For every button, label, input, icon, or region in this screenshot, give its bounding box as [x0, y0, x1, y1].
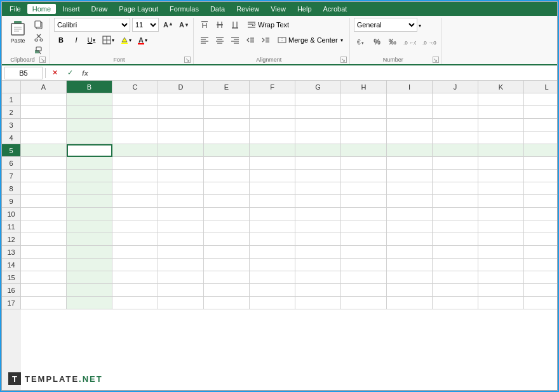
grid-cell[interactable] — [21, 220, 67, 233]
text-align-center-button[interactable] — [213, 33, 227, 47]
grid-cell[interactable] — [478, 170, 524, 182]
number-expand-icon[interactable]: ↘ — [433, 57, 439, 63]
menu-data[interactable]: Data — [205, 4, 230, 14]
grid-cell[interactable] — [204, 119, 250, 132]
row-header-16[interactable]: 16 — [2, 284, 21, 297]
grid-cell[interactable] — [158, 170, 204, 182]
cell-reference-input[interactable]: B5 — [4, 67, 43, 79]
grid-cell[interactable] — [295, 182, 341, 195]
row-header-4[interactable]: 4 — [2, 132, 21, 144]
grid-cell[interactable] — [387, 119, 433, 132]
grid-cell[interactable] — [295, 284, 341, 297]
grid-cell[interactable] — [250, 297, 295, 309]
row-header-6[interactable]: 6 — [2, 157, 21, 170]
grid-cell[interactable] — [295, 106, 341, 119]
fill-dropdown-icon[interactable]: ▾ — [129, 37, 131, 43]
grid-cell[interactable] — [433, 233, 478, 246]
accounting-format-button[interactable]: € ▾ — [354, 35, 369, 49]
grid-cell[interactable] — [158, 220, 204, 233]
menu-file[interactable]: File — [4, 4, 26, 14]
row-header-9[interactable]: 9 — [2, 195, 21, 208]
grid-cell[interactable] — [67, 233, 112, 246]
grid-cell[interactable] — [21, 284, 67, 297]
row-header-11[interactable]: 11 — [2, 220, 21, 233]
grid-cell[interactable] — [341, 93, 387, 106]
grid-cell[interactable] — [387, 170, 433, 182]
grid-cell[interactable] — [67, 106, 112, 119]
grid-cell[interactable] — [433, 119, 478, 132]
grid-cell[interactable] — [341, 157, 387, 170]
grid-cell[interactable] — [433, 106, 478, 119]
grid-cell[interactable] — [341, 297, 387, 309]
grid-cell[interactable] — [67, 170, 112, 182]
grid-cell[interactable] — [250, 157, 295, 170]
grid-cell[interactable] — [250, 284, 295, 297]
menu-formulas[interactable]: Formulas — [165, 4, 204, 14]
grid-cell[interactable] — [433, 132, 478, 144]
grid-cell[interactable] — [341, 106, 387, 119]
grid-cell[interactable] — [21, 271, 67, 284]
increase-decimal-button[interactable]: .0 → .00 — [420, 35, 439, 49]
cancel-input-button[interactable]: ✕ — [48, 67, 61, 79]
grid-cell[interactable] — [67, 132, 112, 144]
grid-cell[interactable] — [478, 132, 524, 144]
grid-cell[interactable] — [158, 93, 204, 106]
underline-dropdown-icon[interactable]: ▾ — [93, 37, 95, 43]
col-header-e[interactable]: E — [204, 81, 250, 93]
grid-cell[interactable] — [158, 271, 204, 284]
align-middle-button[interactable] — [213, 18, 227, 32]
grid-cell[interactable] — [67, 195, 112, 208]
grid-cell[interactable] — [433, 259, 478, 271]
grid-cell[interactable] — [295, 144, 341, 157]
grid-cell[interactable] — [21, 233, 67, 246]
number-format-dropdown-icon[interactable]: ▾ — [419, 23, 421, 29]
grid-cell[interactable] — [21, 297, 67, 309]
grid-cell[interactable] — [524, 195, 557, 208]
grid-cell[interactable] — [387, 220, 433, 233]
grid-cell[interactable] — [21, 132, 67, 144]
grid-cell[interactable] — [295, 246, 341, 259]
grid-cell[interactable] — [387, 284, 433, 297]
grid-cell[interactable] — [250, 259, 295, 271]
grid-cell[interactable] — [204, 297, 250, 309]
row-header-8[interactable]: 8 — [2, 182, 21, 195]
grid-cell[interactable] — [112, 271, 158, 284]
col-header-i[interactable]: I — [387, 81, 433, 93]
menu-help[interactable]: Help — [292, 4, 317, 14]
grid-cell[interactable] — [387, 233, 433, 246]
grid-cell[interactable] — [21, 144, 67, 157]
corner-cell[interactable] — [2, 81, 21, 93]
grid-cell[interactable] — [204, 93, 250, 106]
grid-cell[interactable] — [524, 119, 557, 132]
grid-cell[interactable] — [524, 233, 557, 246]
grid-cell[interactable] — [341, 208, 387, 220]
grid-cell[interactable] — [250, 170, 295, 182]
grid-cell[interactable] — [112, 195, 158, 208]
grid-cell[interactable] — [478, 233, 524, 246]
grid-cell[interactable] — [21, 170, 67, 182]
grid-cell[interactable] — [341, 284, 387, 297]
grid-cell[interactable] — [158, 246, 204, 259]
grid-cell[interactable] — [67, 246, 112, 259]
grid-cell[interactable] — [433, 195, 478, 208]
font-family-select[interactable]: Calibri — [54, 18, 130, 32]
grid-cell[interactable] — [478, 144, 524, 157]
grid-cell[interactable] — [67, 93, 112, 106]
grid-cell[interactable] — [112, 233, 158, 246]
grid-cell[interactable] — [524, 182, 557, 195]
grid-cell[interactable] — [21, 208, 67, 220]
grid-cell[interactable] — [250, 93, 295, 106]
grid-cell[interactable] — [524, 259, 557, 271]
decrease-indent-button[interactable] — [243, 33, 257, 47]
grid-cell[interactable] — [204, 259, 250, 271]
grid-cell[interactable] — [204, 208, 250, 220]
grid-cell[interactable] — [387, 195, 433, 208]
insert-function-button[interactable]: fx — [79, 67, 91, 79]
grid-cell[interactable] — [433, 220, 478, 233]
grid-cell[interactable] — [295, 259, 341, 271]
grid-cell[interactable] — [341, 233, 387, 246]
text-align-right-button[interactable] — [228, 33, 242, 47]
grid-cell[interactable] — [524, 284, 557, 297]
grid-cell[interactable] — [295, 220, 341, 233]
grid-cell[interactable] — [204, 170, 250, 182]
